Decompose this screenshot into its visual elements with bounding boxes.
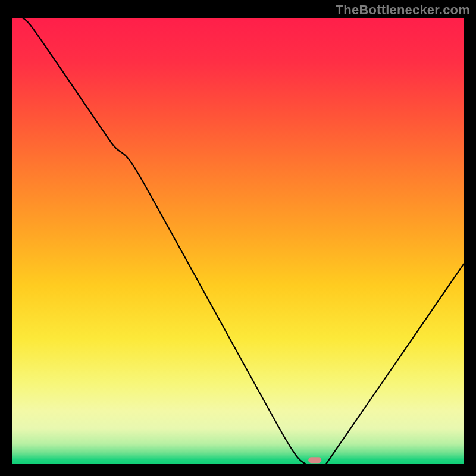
gradient-background	[12, 18, 464, 464]
attribution-text: TheBottlenecker.com	[336, 2, 470, 18]
chart-svg	[12, 18, 464, 464]
optimal-marker	[308, 457, 321, 463]
image-frame: TheBottlenecker.com	[0, 0, 476, 476]
bottleneck-chart	[12, 18, 464, 464]
